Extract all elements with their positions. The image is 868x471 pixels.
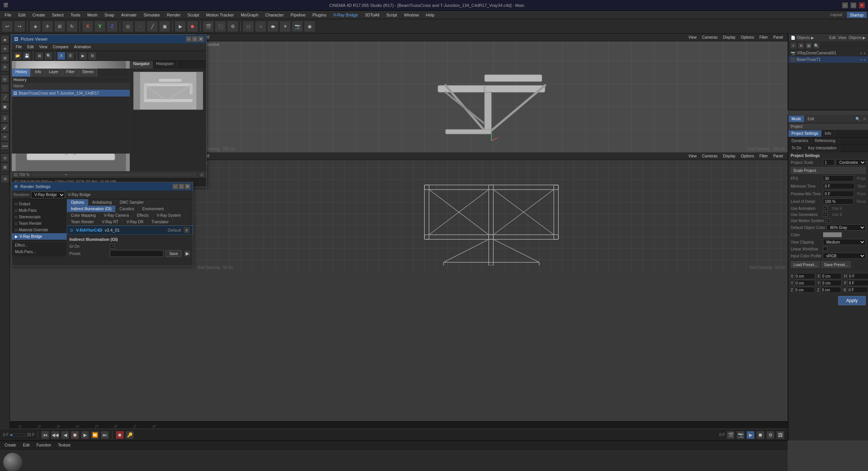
rs-item-multipass2[interactable]: Multi-Pass... [12,249,67,255]
select-tool[interactable]: ◈ [29,21,41,32]
tool-snap[interactable]: ⊙ [1,154,9,162]
menu-select[interactable]: Select [49,12,67,18]
scale-project-btn[interactable]: Scale Project . [791,167,866,174]
material-item-1[interactable]: VR_VRA [2,451,24,471]
color-swatch[interactable] [823,232,842,237]
nav-tab-navigator[interactable]: Navigator [130,61,153,69]
coord-z2-input[interactable] [820,287,841,293]
rs-tab-caustics[interactable]: Caustics [116,206,138,212]
tool-select[interactable]: ◈ [1,35,9,44]
undo-btn[interactable]: ↩ [2,21,13,32]
tab-dynamics[interactable]: Dynamics [788,137,812,144]
tab-project-settings[interactable]: Project Settings [788,130,822,137]
pv-save-btn[interactable]: 💾 [23,52,31,60]
obj-delete-btn[interactable]: ✕ [798,42,804,49]
layout-startup[interactable]: Startup [847,12,866,18]
menu-snap[interactable]: Snap [101,12,117,18]
vp-bot-options[interactable]: Options [739,154,756,159]
mode-tab[interactable]: Mode [788,116,804,123]
rs-tab-translator[interactable]: Translator [148,219,173,225]
vp-view[interactable]: View [686,35,699,40]
rs-item-effect[interactable]: Effect... [12,242,67,249]
pv-zoom-fit[interactable]: ⊠ [35,52,44,60]
pv-zoom-slider[interactable] [33,174,196,175]
menu-mograph[interactable]: MoGraph [238,12,261,18]
pv-close[interactable]: ✕ [198,36,204,42]
coord-b-input[interactable] [847,287,868,293]
menu-file[interactable]: File [2,12,15,18]
camera-btn[interactable]: 📷 [292,21,303,32]
rotate-tool[interactable]: ↻ [66,21,78,32]
rs-minimize[interactable]: ─ [172,183,178,190]
edit-menu[interactable]: Edit [829,36,836,40]
project-scale-unit[interactable]: Centimetre [836,159,866,165]
rs-tab-effects[interactable]: Effects [133,212,153,219]
rs-tab-vray-dr[interactable]: V-Ray DR [122,219,147,225]
rs-tab-gi[interactable]: Indirect Illumination (GI) [67,206,116,212]
truss-lock[interactable]: ● [864,58,866,62]
pv-render-btn[interactable]: ▶ [79,52,87,60]
tool-manip[interactable]: ⟲ [1,175,9,183]
tool-scale[interactable]: ⊞ [1,54,9,62]
coord-y2-input[interactable] [821,280,842,286]
coord-x-input[interactable] [794,273,815,279]
vp-options[interactable]: Options [739,35,756,40]
pv-settings-btn[interactable]: ⚙ [88,52,96,60]
tab-info[interactable]: Info [822,130,835,137]
gi-on-check[interactable]: ✓ [110,244,114,249]
project-scale-input[interactable] [823,159,834,165]
record-btn[interactable]: ⏺ [187,21,198,32]
pb-next[interactable]: ⏩ [91,431,99,439]
mat-function[interactable]: Function [34,443,53,448]
minimize-btn[interactable]: ─ [842,2,848,8]
rs-tab-vray-camera[interactable]: V-Ray Camera [100,212,133,219]
mat-create[interactable]: Create [2,443,18,448]
object-item-camera[interactable]: 📷 VRayDomeCamera001 ● ● [788,50,868,56]
pv-channel-a[interactable]: A [57,52,65,60]
axis-x[interactable]: X [82,21,93,32]
pb-stop[interactable]: ⏹ [71,431,79,439]
use-motion-check[interactable]: ✓ [826,218,830,223]
menu-edit[interactable]: Edit [15,12,29,18]
menu-help[interactable]: Help [423,12,438,18]
pb-first[interactable]: ⏮ [41,431,49,439]
default-color-select[interactable]: 80% Gray [827,224,866,231]
rs-item-my-render[interactable]: ⚙ My Render Setting [12,257,67,257]
cylinder-btn[interactable]: ⬬ [267,21,279,32]
redo-btn[interactable]: ↪ [14,21,25,32]
linear-workflow-check[interactable] [823,247,827,251]
use-anim-check[interactable]: ✓ [823,206,827,211]
pb-keyframe[interactable]: 🔑 [126,431,134,439]
tool-s[interactable]: S [1,114,9,123]
camera-visibility[interactable]: ● [860,51,862,55]
pv-menu-view[interactable]: View [37,44,50,49]
pv-tab-history[interactable]: History [12,69,31,77]
menu-pipeline[interactable]: Pipeline [287,12,308,18]
pv-zoom-in[interactable]: 🔍 [44,52,53,60]
tool-paint[interactable]: 🖌 [1,123,9,132]
vp-filter[interactable]: Filter [757,35,770,40]
material-btn[interactable]: ◉ [304,21,315,32]
save-gi-preset-btn[interactable]: Save [166,250,181,257]
save-preset-btn[interactable]: Save Preset... [821,261,851,268]
view-clipping-select[interactable]: Medium Small Large [823,239,866,245]
coord-h-input[interactable] [848,273,868,279]
gi-preset-input[interactable] [110,250,163,257]
pv-tab-info[interactable]: Info [31,69,45,77]
scale-tool[interactable]: ⊞ [54,21,65,32]
vp-bot-filter[interactable]: Filter [757,154,770,159]
preset-menu-btn[interactable]: ≡ [183,227,190,234]
rs-tab-team-render[interactable]: Team Render [67,219,98,225]
rs-item-multipass[interactable]: □ Multi-Pass [12,207,67,214]
menu-create[interactable]: Create [29,12,48,18]
mat-edit[interactable]: Edit [21,443,32,448]
rs-item-output[interactable]: □ Output [12,201,67,207]
menu-sculpt[interactable]: Sculpt [184,12,202,18]
pv-menu-compare[interactable]: Compare [51,44,71,49]
min-time-input[interactable] [823,183,855,189]
menu-vray-bridge[interactable]: V-Ray Bridge [330,12,361,18]
pv-menu-file[interactable]: File [13,44,24,49]
cube-btn[interactable]: □ [243,21,254,32]
obj-search-btn[interactable]: 🔍 [813,42,820,49]
tab-key-interp[interactable]: Key Interpolation [805,145,840,152]
